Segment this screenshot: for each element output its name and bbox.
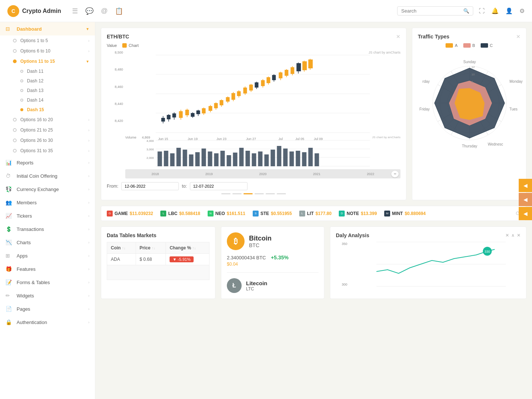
sidebar-label-dash-13: Dash 13 (27, 88, 44, 93)
traffic-legend: A B C (418, 43, 521, 48)
sidebar-item-reports[interactable]: 📊 Reports › (0, 156, 95, 169)
to-date-input[interactable] (190, 182, 248, 190)
legend-b-dot (463, 43, 471, 48)
page-dot-2[interactable] (232, 193, 242, 194)
sidebar-label-options-21-25: Options 21 to 25 (20, 127, 53, 133)
page-dot-1[interactable] (221, 193, 231, 194)
table-empty-row (107, 265, 209, 280)
notification-icon[interactable]: 🔔 (491, 7, 499, 14)
reports-arrow: › (88, 161, 89, 165)
ltc-icon: Ł (227, 278, 242, 293)
page-dot-4[interactable] (255, 193, 264, 194)
col-change[interactable]: Change % ↑↓ (166, 242, 209, 254)
sidebar-item-options-31-35[interactable]: Options 31 to 35 › (0, 146, 95, 156)
svg-rect-71 (177, 148, 181, 166)
legend-chart-dot (122, 43, 127, 48)
col-coin[interactable]: Coin ↑↓ (107, 242, 136, 254)
currency-icon: 💱 (6, 186, 13, 192)
svg-text:Wednesc: Wednesc (488, 142, 503, 146)
sidebar-item-pages[interactable]: 📄 Pages › (0, 302, 95, 316)
page-dot-3[interactable] (243, 193, 253, 194)
svg-text:12: 12 (471, 65, 475, 69)
sidebar-label-ico: Initial Coin Offering (17, 173, 88, 179)
sidebar-item-features[interactable]: 🎁 Features › (0, 262, 95, 276)
search-icon[interactable]: 🔍 (463, 8, 469, 14)
analysis-expand-btn[interactable]: ∧ (511, 233, 515, 238)
ticker-lit-price: $177.80 (316, 211, 331, 216)
sidebar-item-options-26-30[interactable]: Options 26 to 30 › (0, 135, 95, 146)
svg-rect-69 (164, 151, 168, 166)
search-input[interactable] (401, 8, 460, 14)
bullet-options-16-20 (13, 118, 17, 122)
y-axis-labels: 8,500 8,480 8,460 8,440 8,420 (107, 51, 125, 123)
sidebar-item-ico[interactable]: ⏱ Initial Coin Offering › (0, 169, 95, 183)
sidebar-item-forms-tables[interactable]: 📝 Forms & Tables › (0, 276, 95, 289)
legend-b-label: B (473, 43, 475, 48)
sidebar-item-options-6-10[interactable]: Options 6 to 10 › (0, 46, 95, 56)
sidebar-item-dash-14[interactable]: Dash 14 (0, 95, 95, 105)
sidebar-item-dash-15[interactable]: Dash 15 (0, 105, 95, 115)
settings-icon[interactable]: ⚙ (519, 7, 525, 14)
traffic-card-header: Traffic Types ✕ (418, 34, 521, 40)
sidebar-item-dashboard[interactable]: ⊟ Dashboard ▼ (0, 22, 95, 35)
float-btn-2[interactable]: ◀ (519, 193, 532, 206)
svg-text:Jun 19: Jun 19 (188, 137, 198, 141)
reports-icon: 📊 (6, 160, 13, 166)
transactions-icon: 💲 (6, 226, 13, 232)
sidebar-item-widgets[interactable]: ✏ Widgets › (0, 289, 95, 302)
col-change-sort[interactable]: ↑↓ (192, 246, 196, 250)
sidebar-item-transactions[interactable]: 💲 Transactions › (0, 222, 95, 236)
bullet-options-31-35 (13, 149, 17, 153)
fullscreen-icon[interactable]: ⛶ (479, 8, 485, 14)
menu-icon[interactable]: ☰ (72, 7, 78, 15)
sidebar-item-auth[interactable]: 🔒 Authentication › (0, 316, 95, 329)
page-dot-5[interactable] (266, 193, 275, 194)
traffic-legend-a: A (446, 43, 457, 48)
volume-watermark: JS chart by amCharts (372, 136, 400, 139)
svg-rect-6 (161, 118, 165, 122)
svg-rect-56 (308, 59, 313, 68)
forms-icon: 📝 (6, 279, 13, 285)
user-icon[interactable]: 👤 (505, 7, 513, 14)
chat-icon[interactable]: 💬 (85, 7, 93, 15)
float-btn-3[interactable]: ◀ (519, 207, 532, 220)
sidebar-item-options-16-20[interactable]: Options 16 to 20 › (0, 115, 95, 125)
page-dot-6[interactable] (277, 193, 286, 194)
svg-rect-78 (221, 151, 225, 166)
timeline-bar[interactable]: 2018 2019 2020 2021 2022 ⇔ (125, 169, 400, 178)
eth-card-close[interactable]: ✕ (396, 34, 400, 40)
svg-rect-76 (208, 151, 212, 166)
svg-rect-40 (261, 80, 265, 86)
svg-text:Thursday: Thursday (462, 144, 477, 148)
sidebar-item-charts[interactable]: 📉 Charts › (0, 236, 95, 249)
sidebar-item-options-11-15[interactable]: Options 11 to 15 ▼ (0, 56, 95, 66)
sidebar-item-members[interactable]: 👥 Members › (0, 196, 95, 209)
sidebar-item-dash-11[interactable]: Dash 11 (0, 66, 95, 76)
logo-icon: C (7, 5, 19, 17)
auth-icon: 🔒 (6, 319, 13, 325)
market-table-title: Data Tables Markets (107, 232, 156, 238)
table-row-placeholder (107, 265, 209, 280)
from-date-input[interactable] (121, 182, 179, 190)
sidebar-item-dash-12[interactable]: Dash 12 (0, 76, 95, 86)
at-icon[interactable]: @ (101, 7, 108, 15)
sidebar-item-tickers[interactable]: 📈 Tickers › (0, 209, 95, 222)
col-price-sort[interactable]: ↑↓ (152, 246, 156, 250)
col-price[interactable]: Price ↑↓ (136, 242, 166, 254)
clipboard-icon[interactable]: 📋 (115, 7, 123, 15)
eth-card-header: ETH/BTC ✕ (107, 34, 400, 40)
col-coin-sort[interactable]: ↑↓ (122, 246, 126, 250)
sidebar-item-options-21-25[interactable]: Options 21 to 25 › (0, 125, 95, 135)
analysis-minimize-btn[interactable]: ✕ (505, 233, 509, 238)
traffic-card-close[interactable]: ✕ (516, 34, 521, 40)
market-table-body: ADA $ 0.68 ▼ -5.91% (107, 254, 209, 280)
sidebar-item-options-1-5[interactable]: Options 1 to 5 › (0, 35, 95, 46)
sidebar-item-dash-13[interactable]: Dash 13 (0, 86, 95, 95)
sidebar-item-apps[interactable]: ⊞ Apps › (0, 249, 95, 262)
timeline-handle[interactable]: ⇔ (391, 171, 399, 177)
ticker-ste-icon: S (253, 211, 259, 216)
svg-text:4,000: 4,000 (146, 139, 154, 143)
float-btn-1[interactable]: ◀ (519, 179, 532, 192)
analysis-close-btn[interactable]: ✕ (517, 233, 521, 238)
sidebar-item-currency[interactable]: 💱 Currency Exchange › (0, 183, 95, 196)
